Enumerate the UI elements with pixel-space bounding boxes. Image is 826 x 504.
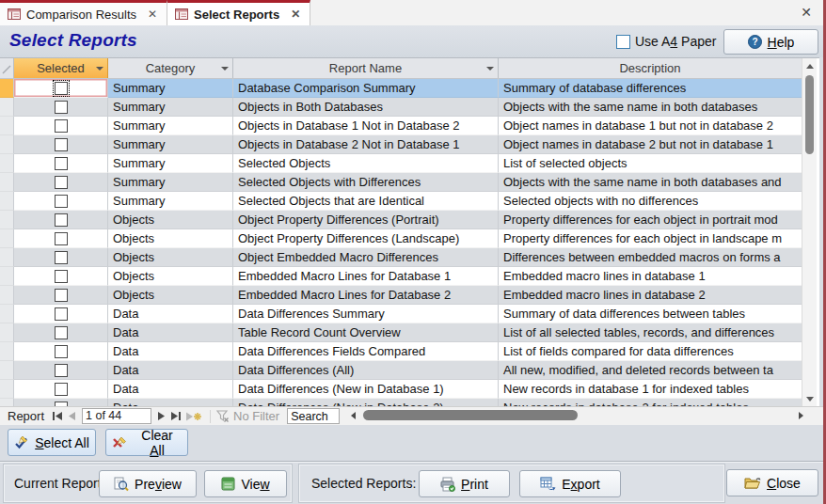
description-cell[interactable]: Object names in database 1 but not in da…	[499, 117, 802, 135]
row-selector[interactable]	[0, 286, 14, 305]
horizontal-scroll-track[interactable]	[359, 410, 794, 421]
select-all-button[interactable]: Select All	[8, 429, 96, 456]
table-row[interactable]: Summary Selected Objects List of selecte…	[0, 154, 802, 173]
row-selector[interactable]	[0, 399, 14, 406]
window-close-icon[interactable]: ✕	[801, 6, 812, 19]
description-cell[interactable]: List of all selected tables, records, an…	[499, 323, 802, 342]
report-name-cell[interactable]: Data Differences (New in Database 2)	[233, 399, 499, 406]
description-cell[interactable]: List of fields compared for data differe…	[499, 342, 802, 361]
row-selector[interactable]	[0, 305, 14, 323]
tab-close-icon[interactable]: ✕	[289, 8, 302, 21]
table-row[interactable]: Summary Objects in Both Databases Object…	[0, 98, 802, 117]
selected-cell[interactable]	[14, 267, 108, 286]
row-selector[interactable]	[0, 229, 14, 248]
category-cell[interactable]: Summary	[108, 173, 233, 192]
table-row[interactable]: Data Data Differences (All) All new, mod…	[0, 361, 802, 380]
row-selector[interactable]	[0, 154, 14, 173]
report-name-cell[interactable]: Objects in Both Databases	[233, 98, 499, 117]
row-checkbox[interactable]	[55, 364, 68, 377]
category-cell[interactable]: Objects	[108, 248, 233, 267]
row-selector[interactable]	[0, 98, 14, 117]
column-header-category[interactable]: Category	[108, 58, 233, 78]
description-cell[interactable]: Objects with the same name in both datab…	[499, 98, 802, 117]
row-selector[interactable]	[0, 173, 14, 192]
vertical-scroll-thumb[interactable]	[805, 75, 814, 154]
table-row[interactable]: Objects Embedded Macro Lines for Databas…	[0, 267, 802, 286]
category-cell[interactable]: Data	[108, 323, 233, 342]
row-selector[interactable]	[0, 79, 14, 98]
column-header-selected[interactable]: Selected	[14, 58, 108, 78]
description-cell[interactable]: Selected objects with no differences	[499, 192, 802, 211]
category-cell[interactable]: Objects	[108, 211, 233, 229]
selected-cell[interactable]	[14, 380, 108, 399]
category-cell[interactable]: Summary	[108, 117, 233, 135]
category-cell[interactable]: Objects	[108, 229, 233, 248]
row-checkbox[interactable]	[55, 176, 68, 189]
horizontal-scroll-thumb[interactable]	[363, 410, 578, 420]
tab-comparison-results[interactable]: Comparison Results ✕	[0, 0, 167, 25]
selected-cell[interactable]	[14, 173, 108, 192]
help-button[interactable]: ? Help	[723, 29, 818, 55]
scroll-left-icon[interactable]	[346, 412, 359, 419]
table-row[interactable]: Data Data Differences (New in Database 1…	[0, 380, 802, 399]
category-cell[interactable]: Summary	[108, 154, 233, 173]
vertical-scrollbar[interactable]	[802, 58, 817, 407]
row-checkbox[interactable]	[55, 251, 68, 264]
selected-cell[interactable]	[14, 211, 108, 229]
description-cell[interactable]: Differences between embedded macros on f…	[499, 248, 802, 267]
use-a4-paper-option[interactable]: Use A4 Paper	[616, 34, 716, 49]
report-name-cell[interactable]: Data Differences Summary	[233, 305, 499, 323]
first-record-button[interactable]	[53, 412, 62, 420]
table-row[interactable]: Objects Embedded Macro Lines for Databas…	[0, 286, 802, 305]
row-checkbox[interactable]	[55, 138, 68, 151]
report-name-cell[interactable]: Data Differences Fields Compared	[233, 342, 499, 361]
report-name-cell[interactable]: Embedded Macro Lines for Database 2	[233, 286, 499, 305]
category-cell[interactable]: Data	[108, 305, 233, 323]
chevron-down-icon[interactable]	[486, 67, 494, 71]
category-cell[interactable]: Summary	[108, 98, 233, 117]
column-header-report-name[interactable]: Report Name	[233, 58, 499, 78]
scroll-right-icon[interactable]	[794, 412, 807, 419]
description-cell[interactable]: All new, modified, and deleted records b…	[499, 361, 802, 380]
selected-cell[interactable]	[14, 342, 108, 361]
description-cell[interactable]: Property differences for each object in …	[499, 211, 802, 229]
report-name-cell[interactable]: Data Differences (New in Database 1)	[233, 380, 499, 399]
selected-cell[interactable]	[14, 323, 108, 342]
selected-cell[interactable]	[14, 192, 108, 211]
category-cell[interactable]: Data	[108, 342, 233, 361]
selected-cell[interactable]	[14, 286, 108, 305]
report-name-cell[interactable]: Selected Objects with Differences	[233, 173, 499, 192]
tab-close-icon[interactable]: ✕	[146, 8, 159, 21]
preview-button[interactable]: Preview	[99, 470, 197, 497]
new-record-button[interactable]	[186, 412, 201, 421]
row-selector[interactable]	[0, 117, 14, 135]
row-checkbox[interactable]	[55, 101, 68, 114]
table-row[interactable]: Summary Database Comparison Summary Summ…	[0, 79, 802, 98]
scroll-down-icon[interactable]	[802, 392, 818, 406]
table-row[interactable]: Summary Selected Objects that are Identi…	[0, 192, 802, 211]
row-checkbox[interactable]	[55, 289, 68, 302]
print-button[interactable]: Print	[419, 470, 510, 497]
selected-cell[interactable]	[14, 248, 108, 267]
report-name-cell[interactable]: Database Comparison Summary	[233, 79, 499, 98]
row-checkbox[interactable]	[55, 213, 68, 227]
description-cell[interactable]: New records in database 2 for indexed ta…	[499, 399, 802, 406]
selected-cell[interactable]	[14, 361, 108, 380]
clear-all-button[interactable]: Clear All	[105, 429, 188, 456]
previous-record-button[interactable]	[68, 412, 75, 420]
selected-cell[interactable]	[14, 79, 108, 98]
row-selector[interactable]	[0, 135, 14, 154]
row-selector[interactable]	[0, 361, 14, 380]
chevron-down-icon[interactable]	[221, 67, 229, 71]
chevron-down-icon[interactable]	[96, 67, 103, 71]
table-row[interactable]: Data Table Record Count Overview List of…	[0, 323, 802, 342]
row-checkbox[interactable]	[55, 307, 68, 321]
selected-cell[interactable]	[14, 154, 108, 173]
close-button[interactable]: Close	[726, 469, 818, 496]
horizontal-scrollbar[interactable]	[346, 408, 807, 423]
report-name-cell[interactable]: Object Embedded Macro Differences	[233, 248, 499, 267]
row-selector[interactable]	[0, 267, 14, 286]
description-cell[interactable]: New records in database 1 for indexed ta…	[499, 380, 802, 399]
report-name-cell[interactable]: Object Property Differences (Landscape)	[233, 229, 499, 248]
description-cell[interactable]: Objects with the same name in both datab…	[499, 173, 802, 192]
